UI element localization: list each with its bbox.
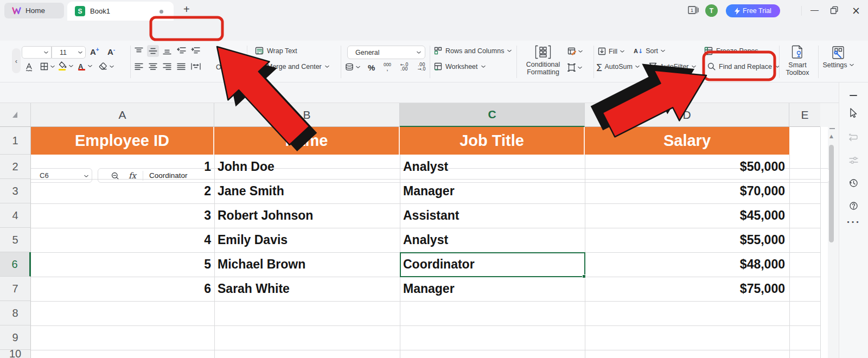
- row-header-5[interactable]: 5: [0, 228, 31, 252]
- selection-pane-button[interactable]: [847, 131, 859, 143]
- table-header-job-title[interactable]: Job Title: [400, 127, 585, 155]
- cell-c2[interactable]: Analyst: [403, 155, 582, 179]
- cell-c3[interactable]: Manager: [403, 179, 582, 203]
- comma-style-button[interactable]: 000,: [381, 62, 394, 71]
- column-header-e[interactable]: E: [789, 103, 820, 127]
- cell-c5[interactable]: Analyst: [403, 228, 582, 252]
- column-header-b[interactable]: B: [214, 103, 400, 127]
- avatar[interactable]: T: [705, 4, 718, 17]
- row-header-4[interactable]: 4: [0, 203, 31, 228]
- cell-a2[interactable]: 1: [31, 155, 211, 179]
- decrease-indent-button[interactable]: [177, 47, 186, 55]
- justify-button[interactable]: [177, 63, 186, 70]
- row-header-1[interactable]: 1: [0, 127, 31, 155]
- currency-format-button[interactable]: [345, 63, 360, 71]
- document-tab-book1[interactable]: S Book1: [67, 2, 174, 21]
- cell-b3[interactable]: Jane Smith: [218, 179, 397, 203]
- cell-b6[interactable]: Michael Brown: [218, 252, 397, 277]
- freeze-panes-button[interactable]: Freeze Panes: [704, 47, 758, 55]
- pinyin-guide-button[interactable]: [25, 62, 33, 72]
- cell-a6[interactable]: 5: [31, 252, 211, 277]
- cell-a7[interactable]: 6: [31, 277, 211, 301]
- select-tool-button[interactable]: [847, 107, 859, 119]
- cell-b4[interactable]: Robert Johnson: [218, 203, 397, 228]
- row-header-9[interactable]: 9: [0, 325, 31, 350]
- worksheet-button[interactable]: Worksheet: [434, 62, 486, 71]
- cell-a3[interactable]: 2: [31, 179, 211, 203]
- cell-c7[interactable]: Manager: [403, 277, 582, 301]
- table-header-employee-id[interactable]: Employee ID: [31, 127, 214, 155]
- cell-d5[interactable]: $55,000: [585, 228, 785, 252]
- row-header-10[interactable]: 10: [0, 350, 31, 358]
- help-button[interactable]: [847, 200, 859, 212]
- settings-button[interactable]: Settings: [821, 45, 855, 69]
- cell-b2[interactable]: John Doe: [218, 155, 397, 179]
- align-right-button[interactable]: [163, 63, 171, 70]
- hide-sidebar-button[interactable]: [847, 90, 859, 101]
- row-header-7[interactable]: 7: [0, 277, 31, 301]
- fill-color-button[interactable]: [59, 61, 73, 71]
- column-header-c-selected[interactable]: C: [400, 103, 585, 127]
- close-button[interactable]: ×: [852, 4, 860, 16]
- vertical-scrollbar-thumb[interactable]: [829, 145, 834, 242]
- restore-button[interactable]: [830, 6, 839, 15]
- autofilter-button[interactable]: AutoFilter: [649, 62, 696, 71]
- ribbon-pane-collapse-button[interactable]: ‹: [12, 48, 21, 73]
- sidebar-more-button[interactable]: •••: [847, 216, 859, 228]
- minimize-button[interactable]: —: [810, 5, 819, 14]
- align-bottom-button[interactable]: [163, 47, 171, 55]
- merge-and-center-button[interactable]: Merge and Center: [255, 62, 329, 71]
- orientation-label-partial[interactable]: Or: [216, 63, 224, 71]
- cell-d3[interactable]: $70,000: [585, 179, 785, 203]
- cell-d6[interactable]: $48,000: [585, 252, 785, 277]
- format-table-style-button[interactable]: [567, 47, 583, 55]
- fill-handle[interactable]: [582, 274, 586, 278]
- cell-a4[interactable]: 3: [31, 203, 211, 228]
- cell-d7[interactable]: $75,000: [585, 277, 785, 301]
- cell-d2[interactable]: $50,000: [585, 155, 785, 179]
- increase-font-button[interactable]: A+: [90, 47, 99, 56]
- rows-and-columns-button[interactable]: Rows and Columns: [434, 47, 512, 55]
- column-header-a[interactable]: A: [31, 103, 214, 127]
- sort-button[interactable]: A↓ Sort: [634, 47, 665, 55]
- borders-button[interactable]: [40, 62, 55, 71]
- conditional-formatting-button[interactable]: Conditional Formatting: [524, 45, 563, 76]
- smart-toolbox-button[interactable]: Smart Toolbox: [781, 45, 814, 76]
- table-header-name[interactable]: Name: [214, 127, 400, 155]
- wrap-text-button[interactable]: Wrap Text: [255, 47, 297, 55]
- scrollbar-up-arrow[interactable]: ▲: [829, 133, 833, 139]
- font-name-combo[interactable]: [22, 46, 52, 59]
- cell-border-style-button[interactable]: [567, 63, 582, 72]
- scrollbar-minus[interactable]: [829, 128, 835, 129]
- cell-d4[interactable]: $45,000: [585, 203, 785, 228]
- row-header-6-selected[interactable]: 6: [0, 252, 31, 277]
- find-and-replace-button[interactable]: Find and Replace: [707, 62, 780, 71]
- row-header-8[interactable]: 8: [0, 301, 31, 325]
- percent-style-button[interactable]: %: [368, 63, 375, 72]
- free-trial-button[interactable]: Free Trial: [726, 4, 780, 17]
- number-format-combo[interactable]: General: [347, 46, 425, 59]
- eraser-button[interactable]: [99, 62, 114, 71]
- autosum-button[interactable]: ∑ AutoSum: [597, 62, 640, 71]
- table-header-salary[interactable]: Salary: [585, 127, 789, 155]
- decrease-font-button[interactable]: A-: [107, 47, 115, 56]
- row-header-2[interactable]: 2: [0, 155, 31, 179]
- align-center-button[interactable]: [149, 63, 157, 70]
- distributed-button[interactable]: [191, 63, 201, 70]
- window-count-badge[interactable]: 1: [688, 5, 699, 15]
- cell-c4[interactable]: Assistant: [403, 203, 582, 228]
- column-header-d[interactable]: D: [585, 103, 789, 127]
- adjust-settings-button[interactable]: [847, 154, 859, 166]
- increase-decimal-button[interactable]: .00→.0: [414, 62, 429, 71]
- cell-b7[interactable]: Sarah White: [218, 277, 397, 301]
- align-left-button[interactable]: [135, 63, 143, 70]
- cell-b5[interactable]: Emily Davis: [218, 228, 397, 252]
- cell-a5[interactable]: 4: [31, 228, 211, 252]
- font-color-button[interactable]: A: [78, 61, 92, 71]
- new-tab-button[interactable]: +: [183, 3, 190, 16]
- font-size-combo[interactable]: 11: [52, 46, 86, 59]
- app-home-tab[interactable]: Home: [4, 3, 64, 18]
- history-button[interactable]: [847, 177, 859, 189]
- select-all-corner[interactable]: [0, 103, 31, 127]
- fill-button[interactable]: Fill: [598, 47, 624, 55]
